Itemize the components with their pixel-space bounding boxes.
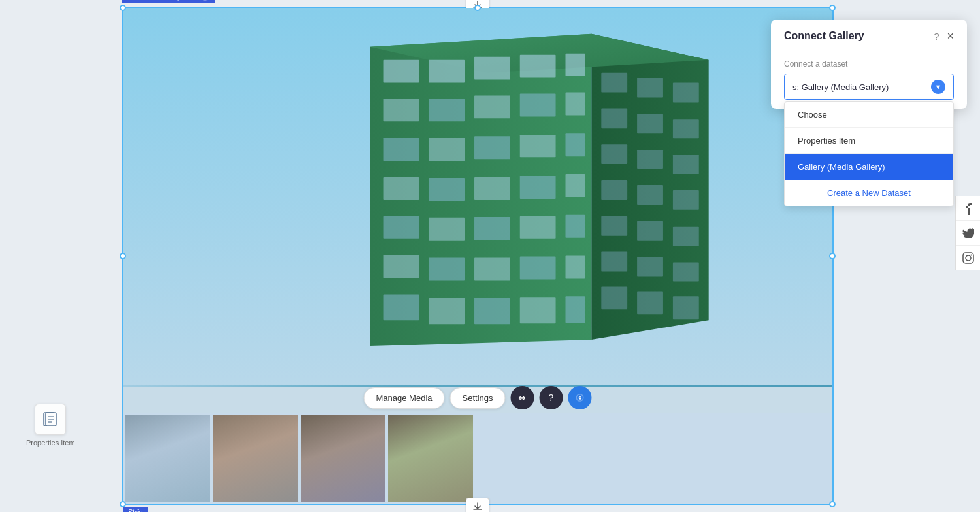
svg-rect-58: [637, 291, 663, 314]
svg-rect-10: [429, 99, 465, 121]
download-handle-bottom[interactable]: [466, 498, 489, 512]
help-button[interactable]: ?: [539, 386, 563, 409]
svg-rect-54: [601, 252, 627, 272]
twitter-icon[interactable]: [956, 221, 980, 246]
svg-rect-20: [429, 178, 465, 201]
facebook-icon[interactable]: [956, 196, 980, 221]
gallery-thumbnails[interactable]: [123, 413, 832, 504]
svg-rect-25: [429, 218, 465, 241]
svg-rect-42: [601, 108, 627, 128]
connect-button[interactable]: [568, 386, 591, 409]
thumbnail-2[interactable]: [213, 415, 298, 502]
manage-media-button[interactable]: Manage Media: [364, 387, 445, 409]
handle-top-right[interactable]: [829, 5, 836, 11]
canvas: Wix Pro Gallery 2 ×: [0, 0, 980, 512]
dropdown-item-properties[interactable]: Properties Item: [785, 128, 953, 154]
thumbnail-4[interactable]: [388, 415, 473, 502]
dataset-select[interactable]: s: Gallery (Media Gallery) ▼: [784, 74, 954, 100]
panel-header: Connect Gallery ? ×: [771, 20, 967, 50]
svg-rect-57: [601, 286, 627, 309]
dropdown-menu: Choose Properties Item Gallery (Media Ga…: [784, 101, 954, 206]
svg-rect-17: [520, 135, 556, 157]
widget-label: Wix Pro Gallery 2 ×: [122, 0, 215, 3]
svg-rect-24: [384, 216, 419, 239]
svg-rect-23: [566, 174, 585, 197]
widget-close-icon[interactable]: ×: [201, 0, 210, 1]
svg-rect-12: [520, 94, 556, 117]
svg-rect-19: [384, 177, 419, 200]
svg-rect-40: [637, 78, 663, 98]
properties-icon: [35, 404, 66, 435]
svg-rect-43: [637, 114, 663, 133]
svg-rect-7: [520, 55, 556, 78]
svg-rect-35: [429, 298, 465, 324]
building-illustration: [123, 8, 832, 385]
svg-rect-9: [384, 99, 419, 121]
svg-point-60: [579, 398, 581, 400]
svg-rect-18: [566, 133, 585, 156]
svg-rect-14: [384, 138, 419, 161]
svg-rect-55: [637, 257, 663, 277]
dataset-select-wrapper: s: Gallery (Media Gallery) ▼ Choose Prop…: [784, 74, 954, 100]
handle-middle-left[interactable]: [120, 253, 126, 259]
svg-rect-50: [673, 190, 699, 210]
svg-rect-51: [601, 216, 627, 236]
handle-top-left[interactable]: [120, 5, 126, 11]
svg-rect-59: [673, 296, 699, 319]
svg-rect-32: [520, 257, 556, 280]
dropdown-item-choose[interactable]: Choose: [785, 102, 953, 128]
panel-close-button[interactable]: ×: [947, 30, 954, 42]
svg-rect-29: [384, 255, 419, 278]
svg-rect-46: [637, 150, 663, 169]
dataset-selected-value: s: Gallery (Media Gallery): [792, 82, 889, 92]
svg-rect-27: [520, 216, 556, 239]
panel-body: Connect a dataset s: Gallery (Media Gall…: [771, 50, 967, 109]
thumbnail-3[interactable]: [301, 415, 385, 502]
svg-rect-48: [601, 180, 627, 200]
svg-rect-16: [474, 136, 510, 159]
properties-item-label: Properties Item: [26, 439, 75, 447]
svg-rect-31: [474, 258, 510, 281]
svg-rect-4: [384, 60, 419, 83]
svg-rect-33: [566, 256, 585, 279]
handle-bottom-right[interactable]: [829, 501, 836, 507]
svg-point-67: [966, 255, 971, 261]
dropdown-item-create-new[interactable]: Create a New Dataset: [785, 180, 953, 206]
svg-rect-11: [474, 96, 510, 119]
gallery-main-image: [123, 8, 832, 387]
svg-rect-13: [566, 93, 585, 116]
svg-rect-52: [637, 221, 663, 241]
svg-rect-36: [474, 298, 510, 324]
handle-middle-right[interactable]: [829, 253, 836, 259]
dropdown-item-gallery[interactable]: Gallery (Media Gallery): [785, 154, 953, 180]
gallery-background: [123, 8, 832, 387]
svg-rect-38: [566, 296, 585, 323]
thumbnail-1[interactable]: [125, 415, 210, 502]
svg-rect-49: [637, 185, 663, 205]
svg-rect-44: [673, 119, 699, 138]
panel-title: Connect Gallery: [784, 30, 864, 42]
svg-rect-34: [384, 294, 419, 320]
svg-rect-56: [673, 263, 699, 282]
svg-rect-22: [520, 176, 556, 199]
svg-rect-45: [601, 144, 627, 164]
strip-label: Strip: [123, 507, 148, 512]
svg-rect-37: [520, 297, 556, 323]
handle-top-center[interactable]: [474, 5, 481, 11]
arrows-button[interactable]: ⇔: [510, 386, 534, 409]
svg-rect-66: [963, 253, 973, 263]
svg-rect-39: [601, 73, 627, 93]
panel-help-icon[interactable]: ?: [934, 31, 939, 42]
svg-rect-21: [474, 177, 510, 200]
gallery-toolbar: Manage Media Settings ⇔ ?: [364, 386, 592, 409]
properties-item-widget[interactable]: Properties Item: [26, 404, 75, 447]
widget-label-text: Wix Pro Gallery: [127, 0, 181, 1]
instagram-icon[interactable]: [956, 246, 980, 270]
svg-rect-30: [429, 258, 465, 281]
svg-rect-8: [566, 54, 585, 76]
svg-rect-15: [429, 138, 465, 161]
gallery-widget: Wix Pro Gallery 2 ×: [122, 7, 834, 505]
settings-button[interactable]: Settings: [450, 387, 506, 409]
svg-rect-26: [474, 217, 510, 240]
dropdown-arrow-icon[interactable]: ▼: [931, 80, 945, 94]
